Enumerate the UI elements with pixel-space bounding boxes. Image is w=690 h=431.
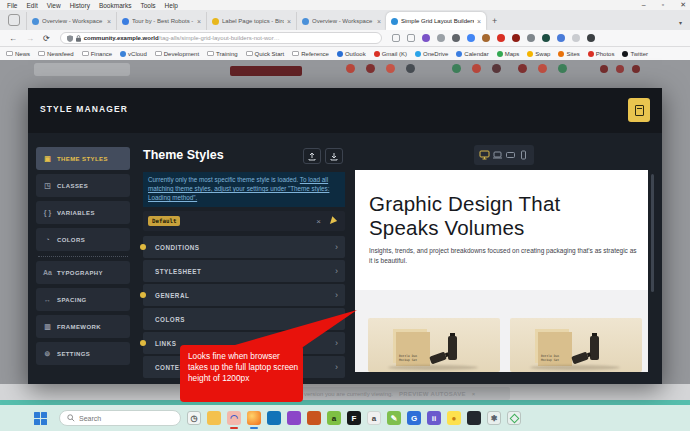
menu-view[interactable]: View [47, 2, 61, 9]
firefox-icon[interactable] [247, 411, 261, 425]
desktop-icon[interactable] [479, 150, 490, 160]
bookmark-item[interactable]: OneDrive [415, 51, 448, 57]
panel-icon[interactable] [407, 34, 415, 42]
duck-icon[interactable]: ● [447, 411, 461, 425]
bookmark-item[interactable]: Photos [588, 51, 615, 57]
menu-tools[interactable]: Tools [140, 2, 155, 9]
extension-icon[interactable] [467, 34, 475, 42]
menu-history[interactable]: History [70, 2, 90, 9]
bookmark-item[interactable]: Newsfeed [38, 51, 74, 57]
app-icon-blue[interactable] [267, 411, 281, 425]
firefox-view-icon[interactable] [8, 14, 20, 26]
file-explorer-icon[interactable] [207, 411, 221, 425]
tab-close-icon[interactable]: × [287, 18, 291, 25]
close-button[interactable]: ✕ [680, 1, 686, 9]
tab-close-icon[interactable]: × [107, 18, 111, 25]
forward-button[interactable]: → [26, 34, 34, 43]
laptop-icon[interactable] [492, 150, 503, 160]
app-icon-dark[interactable] [467, 411, 481, 425]
bookmark-item[interactable]: News [6, 51, 30, 57]
properties-button[interactable] [628, 98, 650, 122]
app-icon-purple[interactable] [287, 411, 301, 425]
export-button[interactable] [303, 148, 321, 164]
sidebar-item-colors[interactable]: ◔ COLORS [36, 228, 130, 251]
tab-close-icon[interactable]: × [477, 18, 481, 25]
extension-icon[interactable] [482, 34, 490, 42]
tab-2[interactable]: Tour by - Best Robots - L… × [116, 12, 206, 30]
tab-active[interactable]: Simple Grid Layout Builders × [386, 12, 486, 30]
app-icon-diamond[interactable] [507, 411, 521, 425]
clear-icon[interactable]: × [316, 217, 321, 226]
address-bar[interactable]: community.example.world/tag-alls/simple-… [60, 32, 382, 44]
tab-close-icon[interactable]: × [197, 18, 201, 25]
bookmark-item[interactable]: Maps [497, 51, 520, 57]
preview-autosave-label[interactable]: PREVIEW AUTOSAVE [399, 391, 466, 397]
extension-icon[interactable] [497, 34, 505, 42]
autosave-close-icon[interactable]: × [472, 391, 476, 397]
reload-button[interactable]: ⟳ [43, 34, 50, 43]
sidebar-item-classes[interactable]: ◳ CLASSES [36, 174, 130, 197]
bookmark-item[interactable]: Calendar [456, 51, 488, 57]
default-style-chip[interactable]: Default [148, 216, 180, 226]
app-icon-orange[interactable] [307, 411, 321, 425]
extension-icon[interactable] [557, 34, 565, 42]
back-button[interactable]: ← [9, 34, 17, 43]
bookmark-item[interactable]: Sites [558, 51, 579, 57]
menu-file[interactable]: File [7, 2, 17, 9]
sidebar-item-spacing[interactable]: ↔ SPACING [36, 288, 130, 311]
extension-icon[interactable] [512, 34, 520, 42]
app-icon-g[interactable]: G [407, 411, 421, 425]
teams-icon[interactable]: ii [427, 411, 441, 425]
task-view-icon[interactable]: ◷ [187, 411, 201, 425]
bookmark-item[interactable]: Twitter [622, 51, 648, 57]
bookmark-item[interactable]: Outlook [337, 51, 366, 57]
start-button[interactable] [34, 412, 47, 425]
pick-element-icon[interactable] [330, 216, 338, 225]
app-icon-white-a[interactable]: a [367, 411, 381, 425]
search-input[interactable] [79, 415, 159, 422]
tab-close-icon[interactable]: × [377, 18, 381, 25]
bookmark-item[interactable]: Gmail (K) [374, 51, 407, 57]
tab-4[interactable]: Overview - Workspace un… × [296, 12, 386, 30]
sidebar-icon[interactable] [392, 34, 400, 42]
app-icon-green-a[interactable]: a [327, 411, 341, 425]
menu-help[interactable]: Help [165, 2, 178, 9]
sidebar-item-typography[interactable]: Aa TYPOGRAPHY [36, 261, 130, 284]
sidebar-item-theme-styles[interactable]: ▣ THEME STYLES [36, 147, 130, 170]
figma-like-icon[interactable]: F [347, 411, 361, 425]
taskbar-search[interactable] [59, 410, 181, 426]
pen-icon[interactable] [452, 34, 460, 42]
settings-gear-icon[interactable]: ✱ [487, 411, 501, 425]
bookmark-item[interactable]: Finance [82, 51, 112, 57]
extension-icon[interactable] [437, 34, 445, 42]
minimize-button[interactable]: – [642, 1, 646, 9]
bookmark-item[interactable]: Reference [292, 51, 329, 57]
bookmark-item[interactable]: Development [155, 51, 199, 57]
bookmark-item[interactable]: Quick Start [246, 51, 285, 57]
bookmark-item[interactable]: vCloud [120, 51, 147, 57]
list-all-tabs-icon[interactable]: ▾ [679, 19, 682, 26]
mobile-icon[interactable] [518, 150, 529, 160]
tab-1[interactable]: Overview - Workspace an… × [26, 12, 116, 30]
section-row-stylesheet[interactable]: STYLESHEET › [143, 260, 345, 282]
extension-icon[interactable] [572, 34, 580, 42]
bookmark-item[interactable]: Swap [527, 51, 550, 57]
extension-icon[interactable] [527, 34, 535, 42]
app-icon-pencil[interactable]: ✎ [387, 411, 401, 425]
maximize-button[interactable]: ▫ [662, 1, 664, 9]
bookmark-item[interactable]: Training [207, 51, 237, 57]
arc-browser-icon[interactable]: ◠ [227, 411, 241, 425]
preview-scrollbar[interactable] [651, 174, 654, 292]
sidebar-item-settings[interactable]: ⊚ SETTINGS [36, 342, 130, 365]
tablet-icon[interactable] [505, 150, 516, 160]
extension-icon[interactable] [422, 34, 430, 42]
section-row-conditions[interactable]: CONDITIONS › [143, 236, 345, 258]
tab-3[interactable]: Label Page topics - Birds C… × [206, 12, 296, 30]
extension-icon[interactable] [542, 34, 550, 42]
new-tab-button[interactable]: + [492, 16, 497, 26]
import-button[interactable] [325, 148, 343, 164]
menu-edit[interactable]: Edit [26, 2, 37, 9]
extension-icon[interactable] [587, 34, 595, 42]
menu-bookmarks[interactable]: Bookmarks [99, 2, 132, 9]
sidebar-item-framework[interactable]: ▥ FRAMEWORK [36, 315, 130, 338]
